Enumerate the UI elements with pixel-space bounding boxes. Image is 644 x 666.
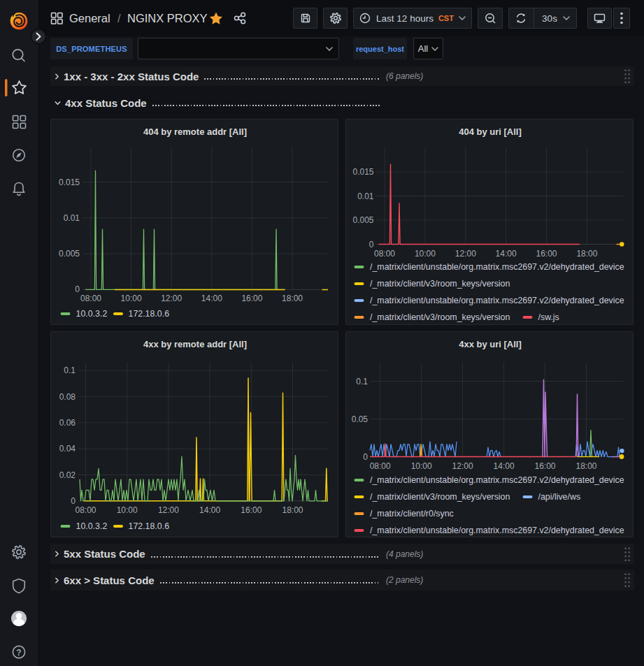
svg-text:0.005: 0.005 — [59, 249, 80, 259]
svg-text:0.005: 0.005 — [352, 215, 373, 225]
svg-text:18:00: 18:00 — [575, 461, 596, 471]
svg-text:0.04: 0.04 — [59, 444, 76, 454]
svg-text:0.01: 0.01 — [64, 213, 80, 223]
svg-text:08:00: 08:00 — [75, 505, 96, 515]
svg-text:10:00: 10:00 — [415, 249, 436, 259]
svg-text:10.0.3.2: 10.0.3.2 — [76, 309, 108, 319]
svg-text:/_matrix/client/unstable/org.m: /_matrix/client/unstable/org.matrix.msc2… — [370, 296, 624, 305]
svg-text:0: 0 — [369, 240, 374, 249]
svg-text:08:00: 08:00 — [370, 461, 391, 471]
svg-text:08:00: 08:00 — [80, 294, 101, 303]
svg-text:0.06: 0.06 — [59, 418, 76, 428]
svg-text:12:00: 12:00 — [455, 249, 476, 259]
svg-text:0.015: 0.015 — [352, 167, 373, 177]
svg-text:0: 0 — [363, 452, 368, 462]
svg-text:/_matrix/client/unstable/org.m: /_matrix/client/unstable/org.matrix.msc2… — [370, 526, 624, 535]
svg-text:16:00: 16:00 — [241, 505, 262, 515]
svg-text:0.015: 0.015 — [59, 178, 80, 187]
svg-text:14:00: 14:00 — [494, 461, 515, 471]
svg-text:14:00: 14:00 — [199, 505, 220, 515]
svg-text:12:00: 12:00 — [158, 505, 179, 515]
svg-text:0: 0 — [75, 284, 80, 294]
svg-text:16:00: 16:00 — [534, 461, 555, 471]
svg-text:/_matrix/client/r0/sync: /_matrix/client/r0/sync — [370, 509, 454, 519]
svg-text:/_matrix/client/unstable/org.m: /_matrix/client/unstable/org.matrix.msc2… — [370, 475, 624, 485]
svg-text:0.08: 0.08 — [59, 392, 76, 402]
svg-text:14:00: 14:00 — [201, 294, 222, 303]
svg-text:18:00: 18:00 — [576, 249, 597, 259]
svg-text:/: / — [117, 12, 121, 24]
svg-text:404 by remote addr [All]: 404 by remote addr [All] — [143, 126, 247, 137]
svg-text:10.0.3.2: 10.0.3.2 — [76, 521, 108, 531]
svg-text:General: General — [69, 12, 110, 24]
svg-text:16:00: 16:00 — [241, 294, 262, 303]
svg-text:/_matrix/client/v3/room_keys/v: /_matrix/client/v3/room_keys/version — [370, 312, 510, 322]
svg-text:404 by uri [All]: 404 by uri [All] — [459, 126, 522, 137]
svg-text:10:00: 10:00 — [121, 294, 142, 303]
svg-text:4xx by remote addr [All]: 4xx by remote addr [All] — [143, 339, 247, 349]
svg-text:/_matrix/client/unstable/org.m: /_matrix/client/unstable/org.matrix.msc2… — [370, 262, 624, 272]
svg-text:4xx by uri [All]: 4xx by uri [All] — [459, 339, 522, 349]
svg-text:12:00: 12:00 — [161, 294, 182, 303]
svg-text:/_matrix/client/v3/room_keys/v: /_matrix/client/v3/room_keys/version — [370, 279, 510, 289]
svg-text:16:00: 16:00 — [536, 249, 557, 259]
svg-text:10:00: 10:00 — [117, 505, 138, 515]
svg-text:/_matrix/client/v3/room_keys/v: /_matrix/client/v3/room_keys/version — [370, 492, 510, 502]
svg-text:/api/live/ws: /api/live/ws — [538, 492, 581, 502]
svg-text:12:00: 12:00 — [452, 461, 473, 471]
svg-text:0.1: 0.1 — [64, 365, 76, 375]
svg-text:NGINX PROXY: NGINX PROXY — [127, 12, 208, 24]
svg-text:172.18.0.6: 172.18.0.6 — [129, 309, 170, 319]
svg-text:0.02: 0.02 — [59, 470, 76, 480]
svg-text:0.1: 0.1 — [356, 377, 368, 386]
svg-text:08:00: 08:00 — [374, 249, 395, 259]
svg-text:?: ? — [16, 648, 21, 658]
svg-text:18:00: 18:00 — [282, 294, 303, 303]
svg-text:172.18.0.6: 172.18.0.6 — [129, 521, 170, 531]
svg-text:14:00: 14:00 — [496, 249, 517, 259]
svg-text:0.01: 0.01 — [357, 191, 374, 201]
svg-text:/sw.js: /sw.js — [538, 312, 559, 322]
svg-text:18:00: 18:00 — [282, 505, 303, 515]
svg-text:10:00: 10:00 — [411, 461, 432, 471]
svg-text:0.05: 0.05 — [352, 414, 368, 424]
